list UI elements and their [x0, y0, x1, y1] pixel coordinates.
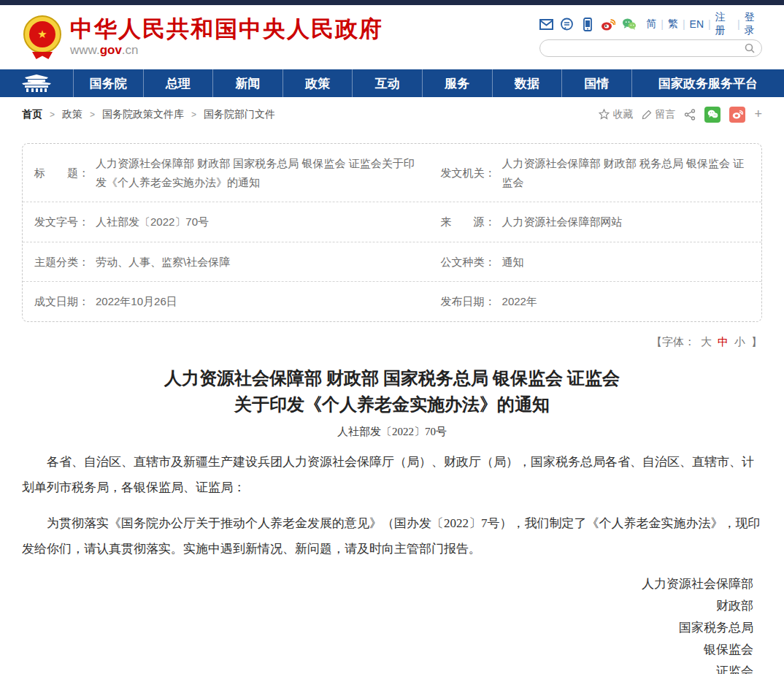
nav-item-gov-service-platform[interactable]: 国家政务服务平台: [631, 69, 784, 97]
meta-row-category-type: 主题分类： 劳动、人事、监察\社会保障 公文种类： 通知: [23, 242, 761, 283]
favorite-button[interactable]: 收藏: [599, 108, 633, 121]
comment-label: 留言: [655, 108, 675, 121]
breadcrumb-policy-library[interactable]: 国务院政策文件库: [102, 108, 184, 121]
meta-label-doc-type: 公文种类：: [441, 253, 502, 272]
site-url: www.gov.cn: [70, 43, 383, 58]
language-links: 简 | 繁 | EN | 注册 | 登录: [646, 11, 762, 37]
meta-label-title: 标 题：: [34, 164, 96, 183]
site-header: ★ 中华人民共和国中央人民政府 www.gov.cn: [0, 5, 784, 69]
share-weibo-icon[interactable]: [729, 107, 745, 123]
meta-label-doc-number: 发文字号：: [34, 212, 96, 231]
site-brand[interactable]: ★ 中华人民共和国中央人民政府 www.gov.cn: [22, 15, 383, 59]
meta-value-doc-number: 人社部发〔2022〕70号: [96, 212, 416, 231]
article-title-line1: 人力资源社会保障部 财政部 国家税务总局 银保监会 证监会: [22, 365, 762, 391]
font-size-small[interactable]: 小: [734, 335, 745, 349]
breadcrumb: 首页 > 政策 > 国务院政策文件库 > 国务院部门文件: [22, 108, 275, 121]
nav-item-services[interactable]: 服务: [422, 69, 492, 97]
meta-row-docnumber-source: 发文字号： 人社部发〔2022〕70号 来 源： 人力资源社会保障部网站: [23, 202, 761, 242]
mobile-icon[interactable]: [580, 17, 594, 31]
nav-item-interact[interactable]: 互动: [352, 69, 422, 97]
meta-label-source: 来 源：: [441, 212, 502, 231]
home-tiananmen-icon[interactable]: [0, 69, 73, 97]
favorite-label: 收藏: [612, 108, 633, 121]
meta-label-written-date: 成文日期：: [34, 292, 96, 311]
article-title: 人力资源社会保障部 财政部 国家税务总局 银保监会 证监会 关于印发《个人养老金…: [22, 365, 762, 418]
mail-icon[interactable]: [539, 17, 553, 31]
meta-label-issuing-agency: 发文机关：: [441, 164, 502, 183]
nav-item-national-conditions[interactable]: 国情: [561, 69, 631, 97]
font-size-medium[interactable]: 中: [718, 335, 729, 349]
site-title: 中华人民共和国中央人民政府: [70, 17, 383, 42]
signature-block: 人力资源社会保障部 财政部 国家税务总局 银保监会 证监会 2022年10月26…: [22, 573, 762, 674]
article-body: 各省、自治区、直辖市及新疆生产建设兵团人力资源社会保障厅（局）、财政厅（局），国…: [22, 449, 762, 562]
share-icon[interactable]: [684, 109, 696, 120]
breadcrumb-home[interactable]: 首页: [22, 108, 42, 121]
font-size-selector: 【字体： 大 中 小 】: [0, 322, 784, 349]
national-emblem-icon: ★: [22, 15, 63, 59]
lang-english[interactable]: EN: [690, 18, 704, 30]
meta-value-publish-date: 2022年: [502, 292, 748, 311]
font-size-suffix: 】: [751, 335, 762, 349]
search-box[interactable]: [539, 39, 762, 57]
article: 人力资源社会保障部 财政部 国家税务总局 银保监会 证监会 关于印发《个人养老金…: [0, 365, 784, 674]
main-nav: 国务院 总理 新闻 政策 互动 服务 数据 国情 国家政务服务平台: [0, 69, 784, 97]
meta-value-doc-type: 通知: [502, 253, 748, 272]
signature-csrc: 证监会: [22, 661, 753, 674]
search-icon[interactable]: [744, 42, 756, 54]
search-input[interactable]: [546, 43, 744, 54]
breadcrumb-department-documents[interactable]: 国务院部门文件: [204, 108, 275, 121]
article-title-line2: 关于印发《个人养老金实施办法》的通知: [22, 391, 762, 418]
font-size-large[interactable]: 大: [701, 335, 712, 349]
document-meta-panel: 标 题： 人力资源社会保障部 财政部 国家税务总局 银保监会 证监会关于印发《个…: [22, 143, 762, 322]
article-paragraph-recipients: 各省、自治区、直辖市及新疆生产建设兵团人力资源社会保障厅（局）、财政厅（局），国…: [22, 449, 762, 500]
lang-simplified[interactable]: 简: [646, 18, 656, 31]
meta-label-topic-category: 主题分类：: [34, 253, 96, 272]
page-actions: 收藏 留言 +: [599, 107, 762, 123]
top-accent-bar: [0, 0, 784, 5]
signature-mohrss: 人力资源社会保障部: [22, 573, 753, 595]
lang-traditional[interactable]: 繁: [668, 18, 678, 31]
nav-item-news[interactable]: 新闻: [212, 69, 283, 97]
meta-value-title: 人力资源社会保障部 财政部 国家税务总局 银保监会 证监会关于印发《个人养老金实…: [96, 154, 416, 191]
share-wechat-icon[interactable]: [704, 107, 720, 123]
meta-value-issuing-agency: 人力资源社会保障部 财政部 税务总局 银保监会 证监会: [502, 154, 748, 191]
nav-item-policy[interactable]: 政策: [283, 69, 353, 97]
signature-sta: 国家税务总局: [22, 617, 753, 639]
register-link[interactable]: 注册: [715, 11, 733, 37]
meta-value-written-date: 2022年10月26日: [96, 292, 416, 311]
comment-button[interactable]: 留言: [642, 108, 675, 121]
article-doc-number: 人社部发〔2022〕70号: [22, 425, 762, 439]
meta-row-title-agency: 标 题： 人力资源社会保障部 财政部 国家税务总局 银保监会 证监会关于印发《个…: [23, 144, 761, 202]
nav-item-premier[interactable]: 总理: [143, 69, 213, 97]
message-icon[interactable]: [560, 17, 574, 31]
signature-mof: 财政部: [22, 595, 753, 617]
meta-row-dates: 成文日期： 2022年10月26日 发布日期： 2022年: [23, 282, 761, 321]
font-size-prefix: 【字体：: [651, 335, 695, 349]
meta-label-publish-date: 发布日期：: [441, 292, 502, 311]
article-paragraph-main: 为贯彻落实《国务院办公厅关于推动个人养老金发展的意见》（国办发〔2022〕7号）…: [22, 510, 762, 562]
wechat-icon[interactable]: [622, 17, 637, 31]
more-actions-button[interactable]: +: [754, 107, 762, 122]
breadcrumb-bar: 首页 > 政策 > 国务院政策文件库 > 国务院部门文件 收藏 留言 +: [0, 97, 784, 131]
breadcrumb-policy[interactable]: 政策: [62, 108, 82, 121]
meta-value-source: 人力资源社会保障部网站: [502, 212, 748, 231]
signature-cbirc: 银保监会: [22, 639, 753, 661]
nav-item-data[interactable]: 数据: [492, 69, 562, 97]
login-link[interactable]: 登录: [745, 11, 762, 37]
nav-item-state-council[interactable]: 国务院: [73, 69, 143, 97]
weibo-icon[interactable]: [601, 17, 615, 31]
meta-value-topic-category: 劳动、人事、监察\社会保障: [96, 253, 416, 272]
